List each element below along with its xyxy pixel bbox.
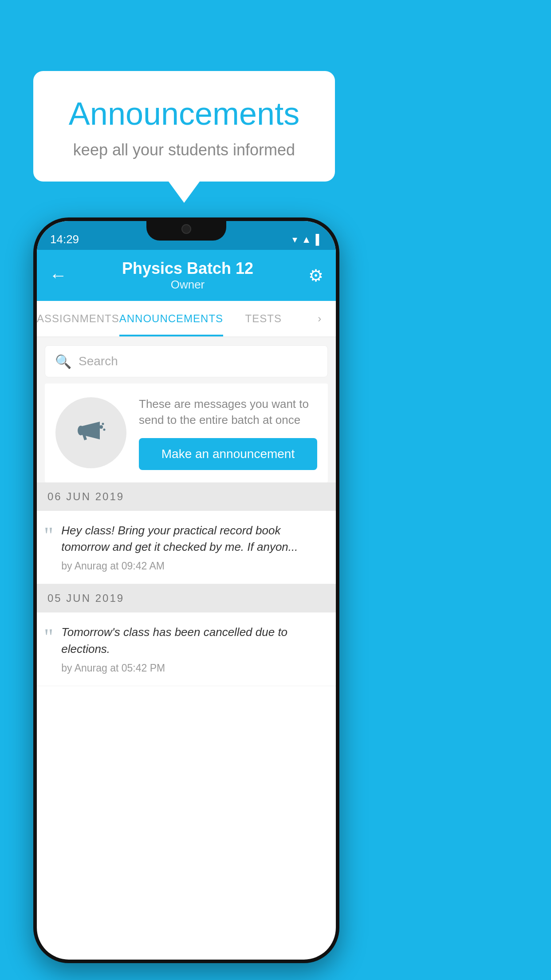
- phone-screen: 14:29 ▾ ▲ ▌ ← Physics Batch 12 Owner ⚙: [37, 221, 336, 960]
- page-subtitle: keep all your students informed: [60, 141, 308, 159]
- phone-frame: 14:29 ▾ ▲ ▌ ← Physics Batch 12 Owner ⚙: [33, 217, 339, 963]
- announcement-description: These are messages you want to send to t…: [139, 396, 317, 428]
- search-bar[interactable]: 🔍 Search: [45, 345, 328, 377]
- app-header: ← Physics Batch 12 Owner ⚙: [37, 250, 336, 301]
- status-icons: ▾ ▲ ▌: [292, 234, 323, 245]
- phone-notch: [146, 217, 226, 241]
- front-camera: [181, 224, 191, 234]
- svg-point-1: [99, 425, 103, 429]
- tab-bar: ASSIGNMENTS ANNOUNCEMENTS TESTS ›: [37, 301, 336, 337]
- header-center: Physics Batch 12 Owner: [122, 259, 253, 292]
- announcement-right-panel: These are messages you want to send to t…: [139, 396, 317, 470]
- search-input[interactable]: Search: [79, 354, 118, 368]
- content-area: 🔍 Search: [37, 337, 336, 686]
- date-separator-2: 05 JUN 2019: [37, 584, 336, 612]
- search-icon: 🔍: [55, 354, 71, 369]
- announcement-meta-2: by Anurag at 05:42 PM: [61, 662, 326, 674]
- date-separator-1: 06 JUN 2019: [37, 482, 336, 511]
- announcement-icon-circle: [55, 397, 126, 468]
- tab-assignments[interactable]: ASSIGNMENTS: [37, 301, 119, 336]
- tab-more[interactable]: ›: [303, 301, 336, 336]
- header-title: Physics Batch 12: [122, 259, 253, 278]
- phone-mockup: 14:29 ▾ ▲ ▌ ← Physics Batch 12 Owner ⚙: [33, 217, 339, 963]
- wifi-icon: ▾: [292, 234, 297, 245]
- announcement-text-1: Hey class! Bring your practical record b…: [61, 522, 326, 572]
- back-button[interactable]: ←: [49, 265, 67, 285]
- announcement-item-1[interactable]: " Hey class! Bring your practical record…: [37, 511, 336, 584]
- settings-icon[interactable]: ⚙: [308, 266, 323, 285]
- svg-point-2: [102, 423, 104, 425]
- announcement-item-2[interactable]: " Tomorrow's class has been cancelled du…: [37, 612, 336, 686]
- page-title: Announcements: [60, 95, 308, 132]
- speech-bubble: Announcements keep all your students inf…: [33, 71, 335, 182]
- status-time: 14:29: [50, 233, 79, 246]
- quote-icon-1: ": [44, 524, 53, 547]
- make-announcement-button[interactable]: Make an announcement: [139, 438, 317, 470]
- speech-bubble-container: Announcements keep all your students inf…: [33, 71, 335, 182]
- quote-icon-2: ": [44, 626, 53, 649]
- announcement-meta-1: by Anurag at 09:42 AM: [61, 560, 326, 572]
- announcement-text-2: Tomorrow's class has been cancelled due …: [61, 624, 326, 674]
- announcement-empty-state: These are messages you want to send to t…: [45, 383, 328, 482]
- header-subtitle: Owner: [122, 278, 253, 292]
- tab-tests[interactable]: TESTS: [223, 301, 303, 336]
- svg-point-3: [103, 429, 106, 431]
- tab-announcements[interactable]: ANNOUNCEMENTS: [119, 301, 223, 336]
- signal-icon: ▲: [302, 234, 311, 245]
- megaphone-icon: [71, 413, 111, 453]
- battery-icon: ▌: [315, 234, 323, 245]
- announcement-message-1: Hey class! Bring your practical record b…: [61, 522, 326, 556]
- announcement-message-2: Tomorrow's class has been cancelled due …: [61, 624, 326, 657]
